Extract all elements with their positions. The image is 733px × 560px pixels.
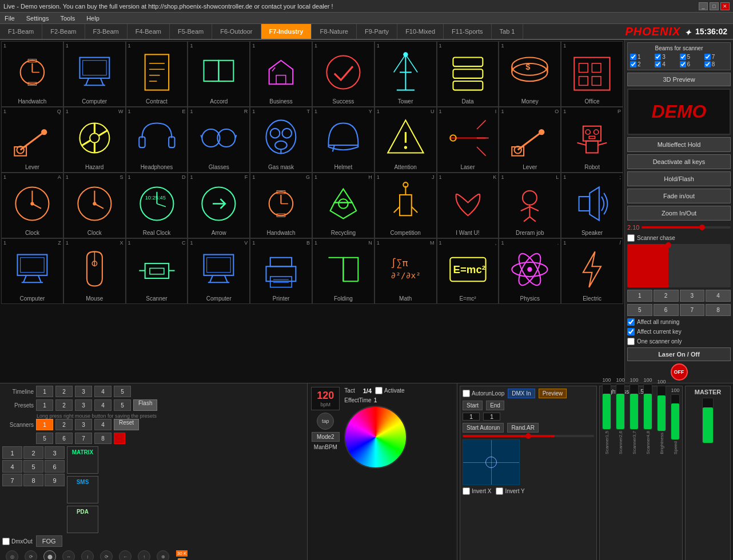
invert-y-check[interactable]: Invert Y [496,487,524,495]
grid-cell-2-8[interactable]: 1LDreram job [499,173,561,238]
beam-check-2[interactable]: 2 [630,61,654,67]
preset-btn-5[interactable]: 5 [114,399,131,411]
autorun-slider[interactable] [463,435,594,437]
scanner-num-2[interactable]: 2 [55,419,73,430]
timeline-btn-1[interactable]: 1 [36,386,53,397]
master-slider[interactable] [702,398,714,443]
numpad1-4[interactable]: 4 [2,460,22,473]
grid-cell-2-0[interactable]: 1AClock [1,173,63,238]
scanner3-slider[interactable] [630,384,639,430]
menu-file[interactable]: File [2,15,17,22]
scanner-btn-4[interactable]: 4 [706,290,731,302]
zoom-in-out-button[interactable]: Zoom In/Out [627,206,731,221]
beam-check-4[interactable]: 4 [655,61,678,67]
autorun-loop-check[interactable]: AutorunLoop [463,389,504,398]
preset-btn-2[interactable]: 2 [55,399,73,411]
scanner-btn-1[interactable]: 1 [627,290,652,302]
numpad1-8[interactable]: 8 [23,474,43,486]
timeline-btn-2[interactable]: 2 [55,386,73,397]
speed-slider[interactable] [671,394,680,440]
scanner-num-7[interactable]: 7 [75,433,92,444]
grid-cell-2-2[interactable]: 1D10:25:45Real Clock [126,173,188,238]
grid-cell-2-5[interactable]: 1HRecycling [312,173,375,238]
grid-cell-2-3[interactable]: 1FArrow [188,173,250,238]
grid-cell-3-2[interactable]: 1CScanner [126,238,188,304]
3d-preview-button[interactable]: 3D Preview [627,73,731,86]
invert-x-check[interactable]: Invert X [463,487,491,495]
grid-cell-3-0[interactable]: 1ZComputer [1,238,63,304]
grid-cell-3-6[interactable]: 1M∫∑π∂²/∂x²Math [375,238,437,304]
affect-current-checkbox[interactable] [627,328,635,335]
tab-f11-sports[interactable]: F11-Sports [444,24,491,39]
grid-cell-1-7[interactable]: 1ILaser [437,107,499,173]
grid-cell-1-1[interactable]: 1WHazard [63,107,126,173]
grid-cell-0-1[interactable]: 1Computer [63,41,126,107]
grid-cell-1-8[interactable]: 1OLever [499,107,561,173]
scanner-num-5[interactable]: 5 [36,433,53,444]
grid-cell-2-7[interactable]: 1KI Want U! [437,173,499,238]
grid-cell-0-6[interactable]: 1Tower [375,41,437,107]
grid-cell-3-5[interactable]: 1NFolding [312,238,375,304]
fog-button[interactable]: FOG [36,535,62,547]
scanner4-slider[interactable] [643,384,652,430]
tab-f9-party[interactable]: F9-Party [357,24,397,39]
beam-check-1[interactable]: 1 [630,54,654,60]
tab-f1-beam[interactable]: F1-Beam [0,24,42,39]
reset-button[interactable]: Reset [114,419,139,430]
numpad1-5[interactable]: 5 [23,460,43,473]
pda-button[interactable]: PDA [67,506,98,533]
grid-cell-0-9[interactable]: 1Office [561,41,623,107]
grid-cell-3-1[interactable]: 1XMouse [63,238,126,304]
grid-cell-3-7[interactable]: 1,E=mc²E=mc² [437,238,499,304]
tab-f6-outdoor[interactable]: F6-Outdoor [212,24,261,39]
grid-cell-3-9[interactable]: 1/Electric [561,238,623,304]
fade-in-out-button[interactable]: Fade in/out [627,189,731,203]
brightness-slider[interactable] [657,386,666,431]
multieffect-hold-button[interactable]: Multieffect Hold [627,137,731,152]
grid-cell-3-3[interactable]: 1VComputer [188,238,250,304]
restore-button[interactable]: □ [710,2,719,10]
beam-check-3[interactable]: 3 [655,54,678,60]
menu-tools[interactable]: Tools [58,15,77,22]
scanner-num-8[interactable]: 8 [94,433,111,444]
tab-f7-industry[interactable]: F7-Industry [261,24,312,39]
scanner-num-3[interactable]: 3 [75,419,92,430]
scanner-btn-8[interactable]: 8 [706,304,731,316]
sms-button[interactable]: SMS [67,476,98,503]
scanner1-slider[interactable] [602,384,611,430]
one-scanner-checkbox[interactable] [627,338,635,345]
start-autorun-button[interactable]: Start Autorun [463,423,504,433]
numpad1-1[interactable]: 1 [2,446,22,459]
scanner-btn-3[interactable]: 3 [680,290,705,302]
grid-cell-0-8[interactable]: 1$Money [499,41,561,107]
numpad1-6[interactable]: 6 [45,460,65,473]
start-value-input[interactable] [463,413,480,421]
affect-all-checkbox[interactable] [627,318,635,326]
beam-check-7[interactable]: 7 [704,54,728,60]
tab-f10-mixed[interactable]: F10-Mixed [397,24,444,39]
scanner-active-btn[interactable]: 1 [36,419,53,430]
numpad1-9[interactable]: 9 [45,474,65,486]
grid-cell-0-2[interactable]: 1Contract [126,41,188,107]
tab-f5-beam[interactable]: F5-Beam [170,24,212,39]
grid-cell-0-3[interactable]: 1Accord [188,41,250,107]
laser-off-indicator[interactable]: OFF [671,363,688,381]
grid-cell-1-6[interactable]: 1UAttention [375,107,437,173]
numpad1-2[interactable]: 2 [23,446,43,459]
scanner-btn-2[interactable]: 2 [654,290,679,302]
beam-check-6[interactable]: 6 [680,61,703,67]
scanner-chase-checkbox[interactable] [627,234,635,242]
grid-cell-2-9[interactable]: 1;Speaker [561,173,623,238]
scanner-num-4[interactable]: 4 [94,419,111,430]
minimize-button[interactable]: _ [699,2,708,10]
grid-cell-1-9[interactable]: 1PRobot [561,107,623,173]
mode2-button[interactable]: Mode2 [312,432,340,442]
menu-help[interactable]: Help [84,15,102,22]
preview-button[interactable]: Preview [539,389,567,398]
tab-f4-beam[interactable]: F4-Beam [128,24,170,39]
tab-f2-beam[interactable]: F2-Beam [42,24,85,39]
close-button[interactable]: ✕ [720,2,730,10]
preset-btn-4[interactable]: 4 [94,399,111,411]
grid-cell-3-4[interactable]: 1BPrinter [250,238,312,304]
timeline-btn-4[interactable]: 4 [94,386,111,397]
